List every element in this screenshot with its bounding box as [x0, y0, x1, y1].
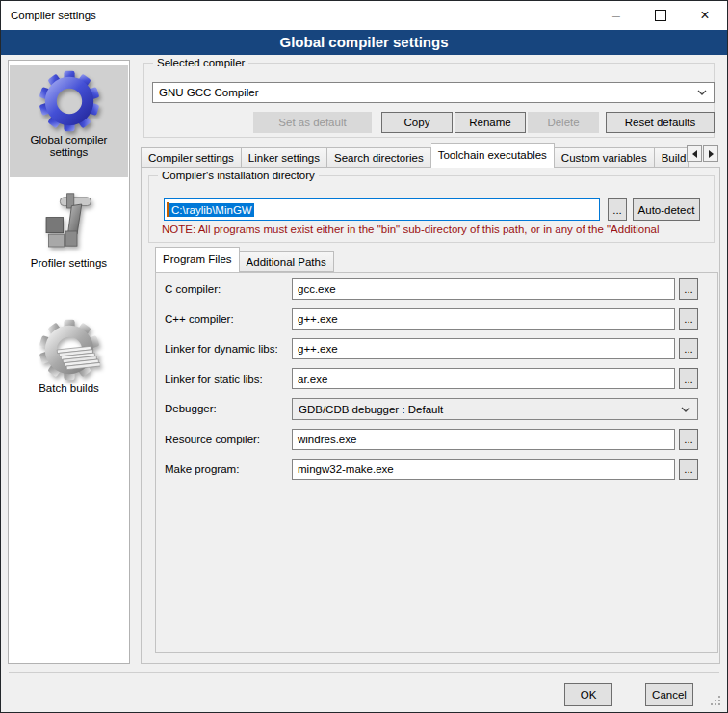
- ok-button[interactable]: OK: [564, 683, 612, 706]
- tab-linker-settings[interactable]: Linker settings: [242, 147, 327, 168]
- window-title: Compiler settings: [11, 1, 96, 30]
- install-dir-input[interactable]: C:\raylib\MinGW: [164, 198, 600, 221]
- c-compiler-input[interactable]: gcc.exe: [292, 278, 675, 300]
- static-linker-input[interactable]: ar.exe: [292, 368, 675, 389]
- resize-grip[interactable]: [711, 696, 722, 707]
- cpp-compiler-label: C++ compiler:: [165, 308, 234, 330]
- maximize-button[interactable]: [638, 1, 683, 30]
- maximize-icon: [655, 10, 666, 21]
- settings-sidebar: Global compiler settings Profiler settin…: [8, 60, 130, 664]
- debugger-select-value: GDB/CDB debugger : Default: [299, 404, 443, 415]
- caliper-icon: [39, 192, 100, 255]
- compiler-select[interactable]: GNU GCC Compiler: [152, 82, 715, 103]
- set-as-default-button[interactable]: Set as default: [253, 112, 372, 133]
- text-caret: [167, 202, 169, 217]
- gray-gear-stack-icon: [39, 319, 100, 381]
- program-files-tabstrip: Program Files Additional Paths: [155, 248, 334, 272]
- sidebar-item-profiler-settings[interactable]: Profiler settings: [10, 186, 128, 294]
- sidebar-item-label: Batch builds: [10, 381, 128, 399]
- resource-compiler-browse-button[interactable]: ...: [679, 429, 698, 450]
- tab-scroll-right-button[interactable]: [703, 145, 718, 162]
- scroll-left-icon: [692, 150, 697, 158]
- cancel-button[interactable]: Cancel: [645, 683, 693, 706]
- tab-scroll-left-button[interactable]: [687, 145, 702, 162]
- compiler-select-value: GNU GCC Compiler: [159, 87, 259, 98]
- selected-compiler-group-label: Selected compiler: [153, 56, 248, 70]
- titlebar: Compiler settings – ×: [1, 1, 727, 30]
- debugger-label: Debugger:: [165, 398, 217, 419]
- sidebar-item-label: Profiler settings: [10, 255, 128, 274]
- sidebar-item-batch-builds[interactable]: Batch builds: [10, 313, 128, 427]
- main-tabstrip: Compiler settings Linker settings Search…: [141, 143, 689, 168]
- blue-gear-icon: [39, 70, 100, 132]
- tab-search-directories[interactable]: Search directories: [327, 147, 431, 168]
- copy-button[interactable]: Copy: [381, 112, 453, 133]
- chevron-down-icon: [697, 90, 707, 95]
- installation-directory-group-label: Compiler's installation directory: [158, 169, 319, 183]
- resource-compiler-label: Resource compiler:: [165, 429, 260, 450]
- delete-button[interactable]: Delete: [528, 112, 599, 133]
- minimize-button[interactable]: –: [594, 1, 638, 30]
- bin-subdirectory-note: NOTE: All programs must exist either in …: [162, 224, 708, 238]
- static-linker-label: Linker for static libs:: [165, 368, 263, 389]
- subtab-additional-paths[interactable]: Additional Paths: [240, 251, 334, 272]
- minimize-icon: –: [612, 11, 620, 20]
- dynamic-linker-label: Linker for dynamic libs:: [165, 338, 278, 359]
- install-dir-browse-button[interactable]: ...: [608, 198, 627, 221]
- make-program-label: Make program:: [165, 459, 239, 480]
- rename-button[interactable]: Rename: [455, 112, 526, 133]
- close-icon: ×: [700, 7, 709, 24]
- resource-compiler-input[interactable]: windres.exe: [292, 429, 675, 450]
- reset-defaults-button[interactable]: Reset defaults: [606, 112, 715, 133]
- tab-compiler-settings[interactable]: Compiler settings: [141, 147, 242, 168]
- scroll-right-icon: [709, 150, 714, 158]
- sidebar-item-global-compiler-settings[interactable]: Global compiler settings: [10, 65, 128, 177]
- subtab-program-files[interactable]: Program Files: [155, 247, 240, 272]
- footer-divider: [9, 672, 719, 673]
- dynamic-linker-input[interactable]: g++.exe: [292, 338, 675, 359]
- debugger-select[interactable]: GDB/CDB debugger : Default: [292, 398, 698, 420]
- install-dir-value: C:\raylib\MinGW: [169, 203, 254, 217]
- dynamic-linker-browse-button[interactable]: ...: [679, 338, 698, 359]
- page-title: Global compiler settings: [1, 30, 727, 55]
- sidebar-item-label: Global compiler settings: [10, 132, 128, 163]
- cpp-compiler-browse-button[interactable]: ...: [679, 308, 698, 330]
- make-program-browse-button[interactable]: ...: [679, 459, 698, 480]
- c-compiler-browse-button[interactable]: ...: [679, 278, 698, 300]
- c-compiler-label: C compiler:: [165, 278, 221, 300]
- tab-toolchain-executables[interactable]: Toolchain executables: [431, 143, 555, 168]
- tab-build-options[interactable]: Build: [655, 147, 689, 168]
- chevron-down-icon: [681, 407, 690, 412]
- static-linker-browse-button[interactable]: ...: [679, 368, 698, 389]
- make-program-input[interactable]: mingw32-make.exe: [292, 459, 675, 480]
- close-button[interactable]: ×: [683, 1, 727, 30]
- tab-custom-variables[interactable]: Custom variables: [555, 147, 655, 168]
- cpp-compiler-input[interactable]: g++.exe: [292, 308, 675, 330]
- autodetect-button[interactable]: Auto-detect: [633, 198, 700, 221]
- compiler-settings-dialog: Compiler settings – × Global compiler se…: [0, 0, 728, 713]
